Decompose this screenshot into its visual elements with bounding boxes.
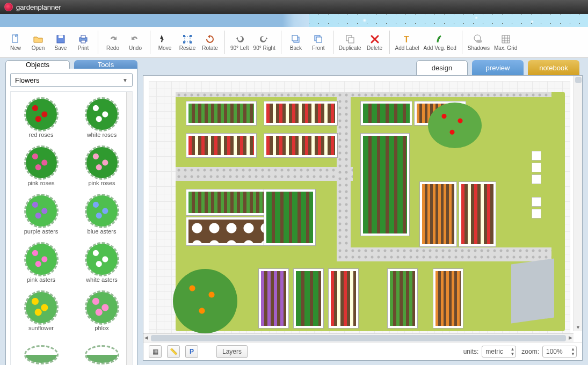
save-button[interactable]: Save <box>49 30 72 55</box>
new-button[interactable]: New <box>4 30 27 55</box>
canvas-hscroll-thumb[interactable] <box>151 335 566 341</box>
open-button[interactable]: Open <box>27 30 49 55</box>
sidebar-scrollbar-thumb[interactable] <box>127 92 132 141</box>
plan-box[interactable] <box>532 209 541 218</box>
toolbar-separator <box>333 31 333 54</box>
sidebar: Objects Tools Flowers ▼ red roseswhite r… <box>5 60 137 361</box>
object-item-rose-white[interactable]: white roses <box>71 92 132 140</box>
redo-button[interactable]: Redo <box>101 30 124 55</box>
plan-bed[interactable] <box>259 269 288 328</box>
back-button[interactable]: Back <box>285 30 307 55</box>
tab-preview[interactable]: preview <box>472 60 524 75</box>
app-logo-icon <box>4 3 13 11</box>
object-item-rose-pinkA[interactable]: pink roses <box>11 140 71 188</box>
duplicate-button[interactable]: Duplicate <box>337 30 364 55</box>
svg-rect-2 <box>59 35 63 38</box>
plan-shed[interactable] <box>511 258 554 323</box>
plan-tree[interactable] <box>173 269 237 333</box>
tab-tools[interactable]: Tools <box>74 60 137 69</box>
ruler-toggle-button[interactable]: 📏 <box>167 345 180 358</box>
plan-bed[interactable] <box>388 269 417 328</box>
grid-toggle-button[interactable]: ▦ <box>149 345 162 358</box>
rotate-label: Rotate <box>202 45 217 51</box>
undo-button[interactable]: Undo <box>124 30 147 55</box>
move-button[interactable]: Move <box>154 30 176 55</box>
rotate-button[interactable]: Rotate <box>199 30 221 55</box>
category-value: Flowers <box>15 76 40 84</box>
rot90r-label: 90° Right <box>253 45 275 51</box>
plan-shrub[interactable] <box>428 103 482 148</box>
back-icon <box>290 33 302 45</box>
object-item-aster-blue[interactable]: blue asters <box>71 188 132 237</box>
toolbar-separator <box>462 31 462 54</box>
object-item-partial[interactable] <box>71 333 132 365</box>
toolbar-separator <box>281 31 281 54</box>
plan-bed[interactable] <box>329 269 358 328</box>
plan-bed[interactable] <box>264 101 337 125</box>
object-item-aster-purple[interactable]: purple asters <box>11 188 71 237</box>
addvegbed-button[interactable]: Add Veg. Bed <box>422 30 459 55</box>
rot90l-label: 90° Left <box>230 45 249 51</box>
tab-preview-label: preview <box>486 64 510 72</box>
delete-button[interactable]: Delete <box>364 30 386 55</box>
plan-bed[interactable] <box>264 189 315 245</box>
plan-bed[interactable] <box>361 101 412 125</box>
layers-button[interactable]: Layers <box>216 345 248 358</box>
tab-tools-label: Tools <box>98 61 114 69</box>
plan-bed[interactable] <box>264 134 337 157</box>
chevron-up-icon: ▲ <box>510 347 514 352</box>
plan-box[interactable] <box>532 163 541 172</box>
plan-bed[interactable] <box>459 182 496 246</box>
object-item-aster-pink[interactable]: pink asters <box>11 237 71 285</box>
units-dropdown[interactable]: metric ▲ ▼ <box>482 346 516 357</box>
plan-box[interactable] <box>532 151 541 160</box>
object-label: white asters <box>86 276 118 283</box>
front-button[interactable]: Front <box>307 30 330 55</box>
canvas-vscrollbar[interactable] <box>574 76 582 331</box>
object-swatch <box>86 99 118 130</box>
toolbar-separator <box>98 31 98 54</box>
shadows-button[interactable]: Shadows <box>466 30 492 55</box>
zoom-stepper[interactable]: 100% ▲ ▼ <box>542 346 577 357</box>
header-banner <box>0 14 588 27</box>
object-item-rose-pinkB[interactable]: pink roses <box>71 140 132 188</box>
tab-objects[interactable]: Objects <box>5 60 70 69</box>
rot90l-button[interactable]: 90° Left <box>228 30 251 55</box>
print-label: Print <box>78 45 89 51</box>
undo-label: Undo <box>129 45 142 51</box>
tab-notebook[interactable]: notebook <box>528 60 579 75</box>
object-item-aster-white[interactable]: white asters <box>71 237 132 285</box>
plan-bed[interactable] <box>186 101 256 125</box>
plan-bed[interactable] <box>294 269 323 328</box>
plan-box[interactable] <box>532 174 541 184</box>
layers-label: Layers <box>222 348 242 355</box>
print-button[interactable]: Print <box>72 30 95 55</box>
resize-button[interactable]: Resize <box>176 30 199 55</box>
object-item-sunflower[interactable]: sunflower <box>11 285 71 333</box>
object-item-partial[interactable] <box>11 333 71 365</box>
plan-bed[interactable] <box>420 182 456 246</box>
addlabel-button[interactable]: TAdd Label <box>393 30 422 55</box>
addlabel-icon: T <box>401 33 413 45</box>
new-icon <box>10 33 21 45</box>
canvas-hscrollbar[interactable] <box>143 333 574 342</box>
tab-design[interactable]: design <box>416 60 468 75</box>
plan-bed[interactable] <box>433 269 463 328</box>
chevron-up-icon: ▲ <box>571 347 575 352</box>
rot90r-button[interactable]: 90° Right <box>251 30 278 55</box>
object-item-phlox[interactable]: phlox <box>71 285 132 333</box>
app-title: gardenplanner <box>16 3 61 11</box>
units-value: metric <box>485 348 503 355</box>
garden-plan <box>176 92 565 331</box>
plan-box[interactable] <box>532 197 541 207</box>
object-swatch <box>26 147 57 178</box>
canvas-vscroll-thumb[interactable] <box>575 77 582 83</box>
properties-toggle-button[interactable]: P <box>185 345 198 358</box>
maxgrid-button[interactable]: Max. Grid <box>492 30 519 55</box>
design-canvas[interactable] <box>149 81 570 337</box>
plan-bed[interactable] <box>186 134 256 157</box>
category-dropdown[interactable]: Flowers ▼ <box>10 73 133 87</box>
object-item-rose-red[interactable]: red roses <box>11 92 71 140</box>
objects-scroll[interactable]: red roseswhite rosespink rosespink roses… <box>10 91 133 365</box>
plan-bed[interactable] <box>361 134 409 236</box>
